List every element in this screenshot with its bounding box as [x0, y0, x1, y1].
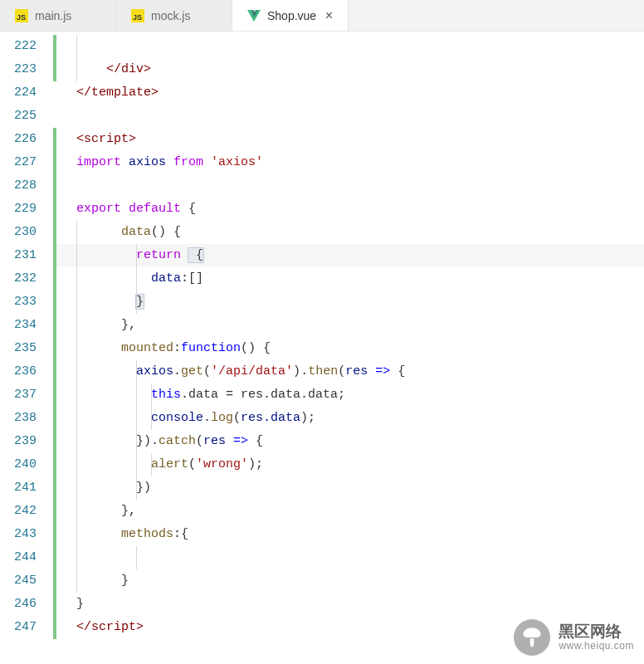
code-line[interactable]: this.data = res.data.data; [56, 383, 644, 407]
code-area[interactable]: </div> </template> <script> import axios… [56, 32, 644, 664]
line-number: 243 [0, 523, 37, 546]
line-number: 230 [0, 221, 37, 244]
code-line[interactable] [56, 174, 644, 198]
code-line[interactable]: } [56, 593, 644, 616]
code-line[interactable]: data:[] [56, 267, 644, 290]
code-line[interactable]: }, [56, 500, 644, 523]
line-number: 222 [0, 35, 37, 58]
line-number: 240 [0, 453, 37, 476]
code-line[interactable]: }).catch(res => { [56, 430, 644, 453]
line-number: 238 [0, 407, 37, 430]
code-line[interactable]: }) [56, 476, 644, 500]
code-line[interactable]: mounted:function() { [56, 337, 644, 360]
line-number: 224 [0, 81, 37, 105]
code-line[interactable] [56, 35, 644, 58]
js-icon: JS [15, 9, 28, 22]
line-number: 228 [0, 174, 37, 198]
line-number: 229 [0, 198, 37, 221]
tab-shop-vue[interactable]: Shop.vue × [232, 0, 349, 31]
code-line[interactable]: } [56, 290, 644, 314]
tab-main-js[interactable]: JS main.js [0, 0, 116, 31]
line-number: 223 [0, 58, 37, 81]
js-icon: JS [131, 9, 144, 22]
vue-icon [247, 9, 261, 22]
line-number: 227 [0, 151, 37, 174]
line-number: 245 [0, 569, 37, 593]
code-line[interactable]: </script> [56, 616, 644, 639]
line-number: 246 [0, 593, 37, 616]
line-number: 235 [0, 337, 37, 360]
line-number: 236 [0, 360, 37, 383]
code-line[interactable]: console.log(res.data); [56, 407, 644, 430]
line-number-gutter: 222 223 224 225 226 227 228 229 230 231 … [0, 32, 53, 664]
code-line[interactable] [56, 546, 644, 569]
code-line[interactable]: }, [56, 314, 644, 337]
code-line[interactable]: axios.get('/api/data').then(res => { [56, 360, 644, 383]
line-number: 234 [0, 314, 37, 337]
line-number: 247 [0, 616, 37, 639]
line-number: 241 [0, 476, 37, 500]
code-line[interactable]: export default { [56, 198, 644, 221]
tab-label: Shop.vue [267, 9, 316, 22]
code-line[interactable]: methods:{ [56, 523, 644, 546]
line-number: 242 [0, 500, 37, 523]
code-line[interactable]: import axios from 'axios' [56, 151, 644, 174]
code-line[interactable]: <script> [56, 128, 644, 151]
line-number: 226 [0, 128, 37, 151]
tab-label: mock.js [151, 9, 190, 22]
line-number: 225 [0, 105, 37, 128]
line-number: 239 [0, 430, 37, 453]
line-number: 233 [0, 290, 37, 314]
line-number: 237 [0, 383, 37, 407]
tab-bar: JS main.js JS mock.js Shop.vue × [0, 0, 644, 32]
tab-mock-js[interactable]: JS mock.js [116, 0, 232, 31]
code-line[interactable]: </template> [56, 81, 644, 105]
code-line[interactable]: data() { [56, 221, 644, 244]
close-icon[interactable]: × [325, 9, 333, 22]
code-line[interactable] [56, 105, 644, 128]
code-line[interactable]: } [56, 569, 644, 593]
line-number: 244 [0, 546, 37, 569]
code-line[interactable]: alert('wrong'); [56, 453, 644, 476]
code-line-current[interactable]: return { [56, 244, 644, 267]
code-line[interactable]: </div> [56, 58, 644, 81]
line-number: 231 [0, 244, 37, 267]
editor[interactable]: 222 223 224 225 226 227 228 229 230 231 … [0, 32, 644, 664]
line-number: 232 [0, 267, 37, 290]
tab-label: main.js [35, 9, 71, 22]
